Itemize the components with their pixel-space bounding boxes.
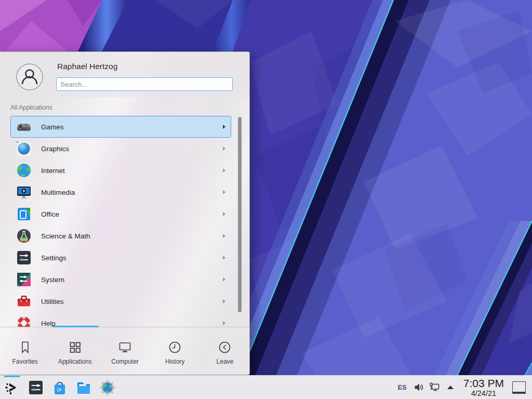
submenu-arrow-icon bbox=[223, 147, 225, 151]
taskbar-item-web-browser[interactable] bbox=[96, 376, 119, 399]
tabbar-separator bbox=[0, 327, 250, 327]
internet-icon bbox=[16, 162, 32, 179]
menu-item-label: Internet bbox=[41, 167, 65, 175]
digital-clock[interactable]: 7:03 PM 4/24/21 bbox=[458, 378, 509, 397]
desktop: Raphael Hertzog All Applications bbox=[0, 0, 532, 399]
show-desktop-button[interactable] bbox=[512, 381, 526, 394]
monitor-icon bbox=[118, 340, 132, 354]
tray-expander[interactable] bbox=[443, 376, 458, 399]
volume-icon bbox=[414, 382, 424, 393]
taskbar-item-discover[interactable] bbox=[48, 376, 72, 399]
menu-item-help[interactable]: Help bbox=[10, 312, 231, 327]
menu-item-label: Utilities bbox=[41, 298, 64, 305]
submenu-arrow-icon bbox=[223, 299, 225, 303]
launcher-active-indicator bbox=[4, 376, 20, 377]
grid-icon bbox=[68, 340, 82, 354]
taskbar-item-file-manager[interactable] bbox=[72, 376, 96, 399]
tab-computer[interactable]: Computer bbox=[100, 328, 150, 375]
taskbar: ES bbox=[0, 375, 532, 399]
network-tray-item[interactable] bbox=[427, 376, 443, 399]
caret-up-icon bbox=[446, 383, 455, 392]
menu-item-games[interactable]: Games bbox=[10, 116, 231, 138]
submenu-arrow-icon bbox=[223, 277, 225, 282]
submenu-arrow-icon bbox=[223, 234, 225, 238]
launcher-header: Raphael Hertzog bbox=[0, 52, 249, 97]
application-launcher: Raphael Hertzog All Applications bbox=[0, 51, 250, 375]
menu-item-label: Settings bbox=[41, 254, 66, 262]
menu-item-multimedia[interactable]: Multimedia bbox=[10, 181, 231, 203]
settings-icon bbox=[16, 249, 32, 266]
application-launcher-button[interactable] bbox=[0, 376, 24, 399]
submenu-arrow-icon bbox=[223, 125, 225, 129]
file-manager-icon bbox=[75, 379, 92, 396]
search-input[interactable] bbox=[56, 77, 233, 91]
help-icon bbox=[16, 315, 32, 327]
clock-date: 4/24/21 bbox=[463, 390, 504, 397]
system-tray: ES bbox=[393, 376, 532, 399]
menu-item-label: Science & Math bbox=[41, 232, 90, 240]
menu-item-label: Office bbox=[41, 210, 59, 218]
menu-item-settings[interactable]: Settings bbox=[10, 247, 231, 269]
bookmark-icon bbox=[18, 340, 32, 354]
menu-item-label: Multimedia bbox=[41, 189, 75, 196]
tab-leave[interactable]: Leave bbox=[200, 328, 250, 375]
launcher-tabbar: Favorites Applications Computer bbox=[0, 328, 250, 375]
menu-item-system[interactable]: System bbox=[10, 269, 231, 290]
menu-item-science-math[interactable]: Science & Math bbox=[10, 225, 231, 247]
discover-icon bbox=[51, 379, 68, 396]
tab-favorites[interactable]: Favorites bbox=[0, 328, 50, 375]
network-icon bbox=[429, 382, 440, 393]
tab-history[interactable]: History bbox=[150, 328, 200, 375]
clock-time: 7:03 PM bbox=[463, 378, 504, 389]
application-category-list: Games Graphics bbox=[0, 116, 250, 327]
system-settings-icon bbox=[28, 379, 44, 396]
active-tab-indicator bbox=[53, 326, 99, 327]
menu-item-label: Games bbox=[41, 123, 64, 131]
submenu-arrow-icon bbox=[223, 168, 225, 172]
system-icon bbox=[16, 271, 32, 288]
user-avatar-icon[interactable] bbox=[16, 63, 43, 90]
menu-item-utilities[interactable]: Utilities bbox=[10, 290, 231, 312]
volume-tray-item[interactable] bbox=[411, 376, 427, 399]
graphics-icon bbox=[16, 140, 32, 157]
section-label: All Applications bbox=[10, 104, 52, 111]
menu-item-graphics[interactable]: Graphics bbox=[10, 138, 231, 159]
taskbar-item-system-settings[interactable] bbox=[24, 376, 48, 399]
menu-item-office[interactable]: Office bbox=[10, 203, 231, 225]
science-icon bbox=[16, 228, 32, 244]
submenu-arrow-icon bbox=[223, 190, 225, 194]
games-icon bbox=[16, 118, 32, 135]
multimedia-icon bbox=[16, 184, 32, 201]
list-scrollbar[interactable] bbox=[238, 117, 242, 312]
utilities-icon bbox=[16, 293, 32, 310]
menu-item-label: Graphics bbox=[41, 145, 69, 153]
menu-item-label: System bbox=[41, 276, 64, 284]
keyboard-layout-indicator[interactable]: ES bbox=[393, 383, 411, 391]
leave-icon bbox=[218, 340, 232, 354]
office-icon bbox=[16, 206, 32, 222]
menu-item-internet[interactable]: Internet bbox=[10, 159, 231, 181]
kali-menu-icon bbox=[4, 379, 20, 396]
web-browser-icon bbox=[99, 379, 116, 396]
clock-icon bbox=[168, 340, 182, 354]
user-name: Raphael Hertzog bbox=[57, 62, 117, 71]
submenu-arrow-icon bbox=[223, 321, 225, 325]
submenu-arrow-icon bbox=[223, 212, 225, 216]
submenu-arrow-icon bbox=[223, 256, 225, 260]
tab-applications[interactable]: Applications bbox=[50, 328, 100, 375]
